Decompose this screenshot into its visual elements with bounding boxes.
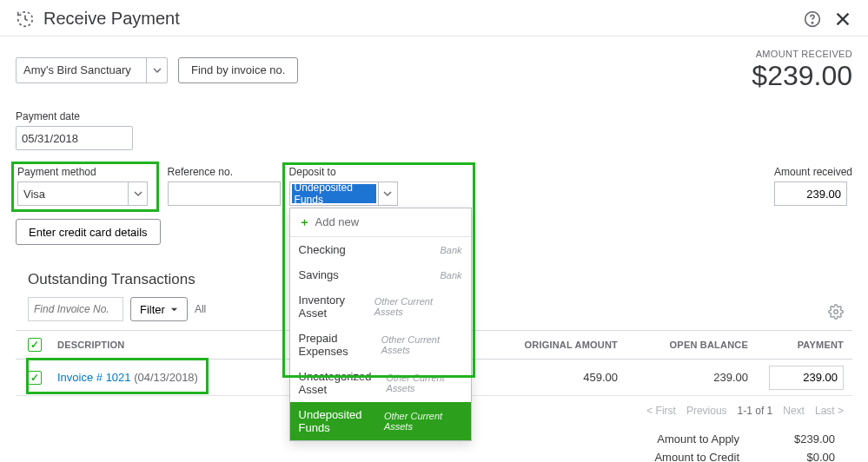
deposit-option-name: Savings	[299, 268, 339, 281]
page-title: Receive Payment	[43, 9, 180, 29]
customer-select[interactable]: Amy's Bird Sanctuary	[16, 57, 168, 83]
deposit-option[interactable]: Inventory Asset Other Current Assets	[290, 287, 471, 326]
deposit-option-type: Bank	[441, 245, 462, 255]
close-icon[interactable]	[833, 10, 852, 29]
pager-prev[interactable]: Previous	[686, 405, 727, 417]
deposit-option[interactable]: Savings Bank	[290, 262, 471, 287]
col-open-balance: OPEN BALANCE	[618, 340, 748, 350]
deposit-option-name: Checking	[299, 243, 346, 256]
payment-method-select[interactable]: Visa	[17, 182, 148, 206]
pager-range: 1-1 of 1	[738, 405, 773, 417]
amount-to-apply-label: Amount to Apply	[635, 432, 739, 446]
chevron-down-icon	[170, 306, 178, 314]
row-payment-input[interactable]	[769, 366, 844, 390]
deposit-option-type: Other Current Assets	[384, 411, 462, 432]
reference-no-label: Reference no.	[168, 166, 281, 178]
chevron-down-icon	[128, 182, 147, 205]
pager-next[interactable]: Next	[783, 405, 805, 417]
deposit-option-name: Inventory Asset	[299, 294, 374, 320]
deposit-to-label: Deposit to	[289, 166, 398, 178]
amount-to-apply-value: $239.00	[774, 432, 835, 446]
row-checkbox[interactable]: ✓	[28, 371, 42, 385]
deposit-to-dropdown: ＋Add new Checking Bank Savings Bank Inve…	[289, 208, 472, 441]
history-icon[interactable]	[16, 10, 35, 29]
deposit-option-name: Uncategorized Asset	[299, 370, 387, 396]
amount-received-input[interactable]	[774, 182, 847, 206]
filter-all-text: All	[195, 303, 206, 315]
svg-point-4	[834, 310, 838, 314]
help-icon[interactable]	[804, 10, 821, 28]
amount-received-field-label: Amount received	[774, 166, 852, 178]
select-all-checkbox[interactable]: ✓	[28, 338, 42, 352]
pager-last[interactable]: Last >	[815, 405, 844, 417]
amount-received-label: AMOUNT RECEIVED	[752, 49, 852, 59]
chevron-down-icon	[378, 182, 397, 205]
deposit-to-select[interactable]: Undeposited Funds	[289, 182, 398, 206]
payment-method-selected: Visa	[18, 182, 128, 205]
amount-to-credit-label: Amount to Credit	[635, 451, 739, 462]
svg-point-1	[812, 22, 812, 23]
amount-to-credit-value: $0.00	[774, 451, 835, 462]
deposit-option-type: Other Current Assets	[381, 334, 462, 355]
deposit-option[interactable]: Checking Bank	[290, 237, 471, 262]
deposit-option-name: Prepaid Expenses	[299, 332, 381, 358]
customer-selected: Amy's Bird Sanctuary	[17, 63, 146, 76]
deposit-option[interactable]: Uncategorized Asset Other Current Assets	[290, 364, 471, 402]
deposit-option[interactable]: Prepaid Expenses Other Current Assets	[290, 326, 471, 364]
plus-icon: ＋	[299, 215, 310, 228]
deposit-option-add-new[interactable]: ＋Add new	[290, 208, 471, 237]
chevron-down-icon	[146, 58, 167, 82]
deposit-option-type: Other Current Assets	[386, 373, 461, 393]
payment-date-label: Payment date	[16, 110, 146, 122]
find-by-invoice-button[interactable]: Find by invoice no.	[178, 57, 298, 83]
invoice-date: (04/13/2018)	[134, 371, 198, 384]
row-open: 239.00	[618, 371, 748, 384]
filter-button[interactable]: Filter	[130, 297, 188, 321]
deposit-option-type: Bank	[441, 270, 462, 280]
find-invoice-input[interactable]	[28, 297, 123, 321]
col-original-amount: ORIGINAL AMOUNT	[487, 340, 618, 350]
payment-date-input[interactable]	[16, 126, 133, 150]
deposit-to-selected: Undeposited Funds	[292, 184, 376, 203]
gear-icon[interactable]	[828, 304, 844, 322]
header-bar: Receive Payment	[0, 0, 868, 36]
amount-received-display: $239.00	[752, 61, 852, 91]
deposit-option-name: Undeposited Funds	[299, 408, 384, 434]
row-original: 459.00	[487, 371, 618, 384]
invoice-link[interactable]: Invoice # 1021	[57, 371, 131, 384]
deposit-option-selected[interactable]: Undeposited Funds Other Current Assets	[290, 402, 471, 440]
col-payment: PAYMENT	[748, 340, 852, 350]
deposit-option-type: Other Current Assets	[374, 296, 462, 317]
pager-first[interactable]: < First	[646, 405, 676, 417]
enter-credit-card-button[interactable]: Enter credit card details	[16, 219, 161, 245]
payment-method-label: Payment method	[17, 166, 153, 178]
reference-no-input[interactable]	[168, 182, 281, 206]
